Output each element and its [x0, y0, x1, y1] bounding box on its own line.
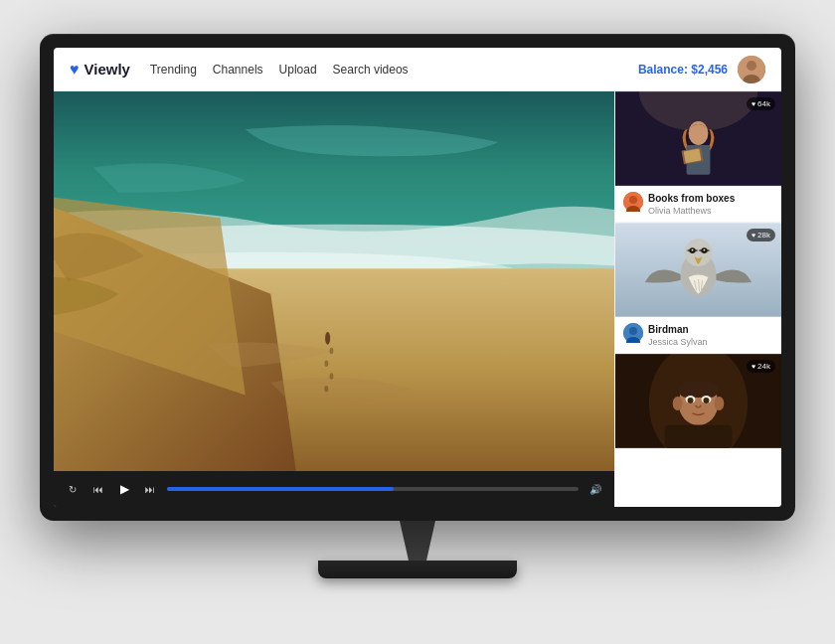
svg-point-43 — [714, 397, 724, 410]
monitor-neck — [388, 521, 447, 561]
svg-point-15 — [330, 373, 334, 379]
nav-links: Trending Channels Upload Search videos — [150, 63, 638, 77]
video-card-third[interactable]: ♥ 24k — [615, 354, 781, 449]
like-badge-third: ♥ 24k — [747, 360, 775, 373]
heart-icon-3: ♥ — [752, 363, 755, 370]
video-card-info-books: Books from boxes Olivia Matthews — [615, 186, 781, 222]
video-card-birdman[interactable]: ♥ 28k — [615, 223, 781, 354]
balance-display: Balance: $2,456 — [638, 63, 728, 77]
nav-upload[interactable]: Upload — [279, 63, 317, 77]
svg-point-12 — [325, 332, 330, 345]
nav-trending[interactable]: Trending — [150, 63, 197, 77]
logo-heart-icon: ♥ — [70, 61, 80, 79]
volume-button[interactable]: 🔊 — [586, 480, 604, 498]
monitor-wrapper: ♥ Viewly Trending Channels Upload Search… — [40, 34, 795, 610]
like-badge-books: ♥ 64k — [747, 97, 775, 110]
channel-avatar-olivia — [623, 192, 643, 212]
svg-point-16 — [324, 386, 328, 392]
user-avatar[interactable] — [738, 56, 765, 83]
video-thumb-third: ♥ 24k — [615, 354, 781, 448]
sidebar: ♥ 64k — [614, 91, 781, 507]
video-author-birdman: Jessica Sylvan — [648, 337, 773, 347]
video-meta-books: Books from boxes Olivia Matthews — [648, 192, 773, 216]
nav-right: Balance: $2,456 — [638, 56, 765, 83]
video-title-birdman: Birdman — [648, 323, 773, 336]
progress-fill — [167, 487, 394, 491]
svg-rect-48 — [665, 425, 733, 448]
monitor-screen: ♥ Viewly Trending Channels Upload Search… — [54, 48, 781, 507]
main-content: ↻ ⏮ ▶ ⏭ 🔊 — [54, 91, 781, 507]
svg-point-31 — [692, 249, 694, 251]
navbar: ♥ Viewly Trending Channels Upload Search… — [54, 48, 781, 91]
nav-channels[interactable]: Channels — [213, 63, 263, 77]
svg-point-33 — [703, 249, 705, 251]
svg-point-42 — [673, 397, 683, 410]
video-thumb-books: ♥ 64k — [615, 91, 781, 186]
video-thumb-birdman: ♥ 28k — [615, 223, 781, 317]
svg-point-14 — [324, 361, 328, 367]
svg-point-25 — [629, 196, 637, 204]
monitor-body: ♥ Viewly Trending Channels Upload Search… — [40, 34, 795, 521]
video-title-books: Books from boxes — [648, 192, 773, 205]
nav-search-videos[interactable]: Search videos — [333, 63, 409, 77]
svg-point-1 — [747, 61, 756, 71]
video-card-books[interactable]: ♥ 64k — [615, 91, 781, 223]
svg-point-20 — [689, 121, 709, 145]
svg-point-35 — [629, 327, 637, 335]
logo-text: Viewly — [84, 61, 130, 78]
channel-avatar-jessica — [623, 323, 643, 343]
like-badge-birdman: ♥ 28k — [747, 229, 775, 242]
svg-point-46 — [688, 398, 694, 403]
svg-rect-41 — [679, 382, 719, 398]
video-frame[interactable] — [54, 91, 614, 471]
video-meta-birdman: Birdman Jessica Sylvan — [648, 323, 773, 347]
play-button[interactable]: ▶ — [115, 480, 133, 498]
video-controls: ↻ ⏮ ▶ ⏭ 🔊 — [54, 471, 614, 507]
video-card-info-birdman: Birdman Jessica Sylvan — [615, 317, 781, 353]
progress-bar[interactable] — [167, 487, 579, 491]
video-author-books: Olivia Matthews — [648, 206, 773, 216]
svg-point-13 — [330, 348, 334, 354]
repeat-button[interactable]: ↻ — [64, 480, 82, 498]
heart-icon-2: ♥ — [752, 232, 755, 239]
monitor-base — [318, 561, 517, 578]
forward-button[interactable]: ⏭ — [141, 480, 159, 498]
heart-icon: ♥ — [752, 100, 755, 107]
video-area: ↻ ⏮ ▶ ⏭ 🔊 — [54, 91, 614, 507]
svg-point-47 — [703, 398, 709, 403]
logo[interactable]: ♥ Viewly — [70, 61, 130, 79]
rewind-button[interactable]: ⏮ — [89, 480, 107, 498]
